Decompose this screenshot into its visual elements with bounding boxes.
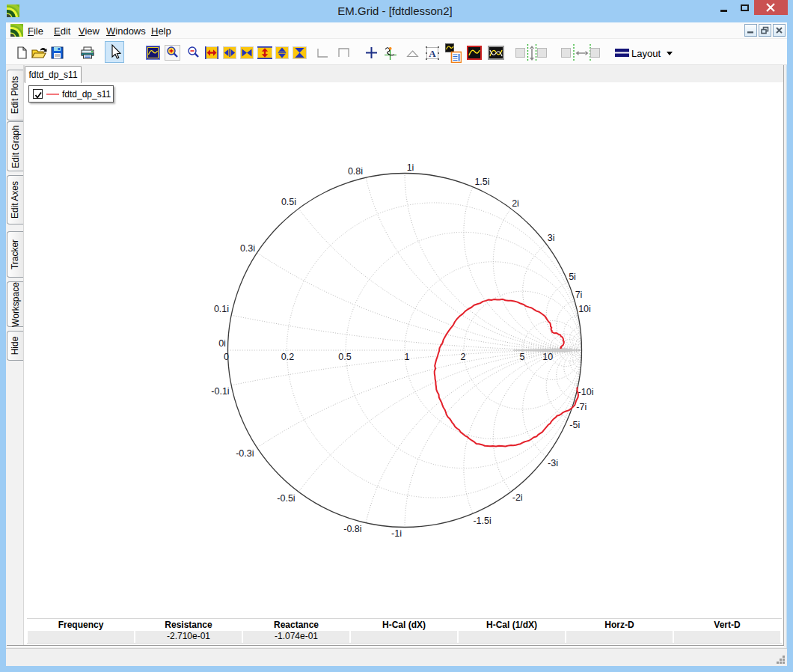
svg-text:1i: 1i	[407, 162, 414, 173]
svg-text:-3i: -3i	[548, 458, 558, 468]
svg-text:-0.1i: -0.1i	[211, 386, 229, 397]
svg-text:1: 1	[405, 352, 410, 362]
svg-text:-2i: -2i	[512, 492, 523, 503]
svg-text:-0.3i: -0.3i	[236, 448, 254, 459]
svg-text:-7i: -7i	[576, 402, 587, 412]
svg-text:5: 5	[520, 352, 525, 362]
svg-text:0.1i: 0.1i	[214, 304, 229, 314]
svg-text:7i: 7i	[575, 290, 583, 300]
svg-text:3i: 3i	[548, 233, 555, 243]
svg-text:5i: 5i	[569, 272, 576, 282]
svg-text:0.5: 0.5	[338, 352, 351, 362]
svg-text:-10i: -10i	[578, 387, 594, 397]
svg-text:2i: 2i	[512, 198, 519, 209]
svg-text:-0.8i: -0.8i	[343, 524, 361, 534]
svg-text:0.5i: 0.5i	[281, 197, 296, 207]
svg-text:10: 10	[542, 352, 553, 362]
svg-text:0.8i: 0.8i	[348, 166, 363, 177]
svg-text:0i: 0i	[218, 338, 226, 349]
svg-text:-5i: -5i	[569, 420, 580, 430]
svg-text:-1.5i: -1.5i	[473, 516, 491, 526]
svg-text:0.3i: 0.3i	[240, 243, 255, 254]
svg-text:0: 0	[224, 352, 229, 362]
svg-text:10i: 10i	[578, 304, 591, 314]
svg-text:0.2: 0.2	[281, 352, 294, 362]
svg-text:1.5i: 1.5i	[474, 177, 489, 187]
svg-text:-1i: -1i	[391, 528, 402, 539]
svg-text:-0.5i: -0.5i	[277, 493, 295, 504]
svg-text:2: 2	[461, 352, 466, 362]
svg-text:A: A	[429, 48, 436, 59]
